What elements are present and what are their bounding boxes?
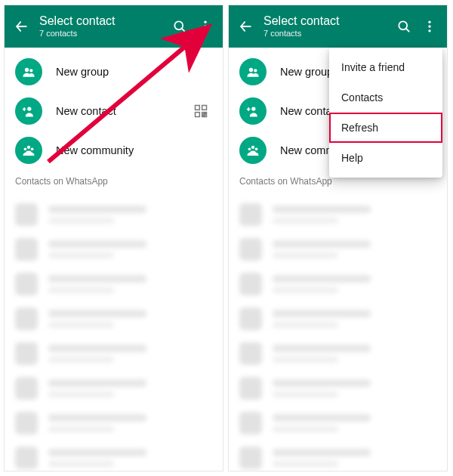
menu-item-contacts[interactable]: Contacts — [329, 82, 442, 113]
svg-point-26 — [428, 25, 430, 27]
svg-point-25 — [428, 21, 430, 23]
svg-line-2 — [182, 29, 185, 32]
svg-rect-12 — [202, 106, 207, 110]
phone-frame-right: Select contact 7 contacts New group — [228, 5, 448, 471]
menu-item-invite-friend[interactable]: Invite a friend — [329, 52, 442, 82]
svg-point-35 — [255, 148, 258, 151]
svg-point-4 — [204, 25, 206, 27]
add-contact-icon — [15, 97, 42, 125]
list-item — [239, 232, 436, 267]
svg-point-19 — [24, 148, 27, 151]
more-vert-icon — [198, 19, 213, 34]
list-item — [239, 267, 436, 301]
svg-rect-32 — [248, 107, 249, 111]
phone-frame-left: Select contact 7 contacts New group — [4, 5, 223, 471]
row-new-group[interactable]: New group — [5, 52, 223, 91]
more-vert-icon — [422, 19, 437, 34]
menu-item-help[interactable]: Help — [329, 143, 442, 173]
overflow-menu: Invite a friend Contacts Refresh Help — [329, 48, 442, 178]
contacts-list-blurred — [229, 191, 447, 471]
svg-rect-17 — [202, 116, 205, 117]
svg-rect-10 — [23, 107, 25, 111]
list-item — [15, 371, 212, 406]
appbar-titles: Select contact 7 contacts — [263, 14, 391, 39]
actions-list: New group New contact New community — [5, 48, 223, 170]
appbar-title: Select contact — [263, 14, 391, 28]
svg-rect-15 — [205, 115, 207, 117]
list-item — [15, 406, 212, 440]
community-icon — [239, 137, 267, 164]
back-button[interactable] — [235, 16, 256, 37]
list-item — [15, 267, 212, 301]
back-button[interactable] — [11, 16, 32, 37]
svg-rect-16 — [205, 113, 207, 114]
svg-point-5 — [204, 29, 206, 32]
svg-point-28 — [249, 68, 253, 72]
svg-point-7 — [29, 69, 32, 72]
search-button[interactable] — [391, 14, 417, 39]
qr-code-button[interactable] — [190, 104, 212, 119]
search-icon — [172, 19, 187, 34]
list-item — [15, 301, 212, 336]
svg-rect-11 — [196, 106, 200, 110]
arrow-back-icon — [14, 19, 29, 34]
more-options-button[interactable] — [417, 14, 442, 39]
row-label: New group — [56, 66, 212, 78]
appbar-subtitle: 7 contacts — [263, 28, 391, 39]
list-item — [239, 371, 436, 406]
appbar-title: Select contact — [39, 14, 167, 28]
svg-point-6 — [25, 68, 29, 72]
svg-line-24 — [406, 29, 409, 32]
row-label: New community — [56, 144, 212, 156]
group-icon — [239, 58, 267, 85]
contacts-list-blurred — [5, 191, 223, 471]
more-options-button[interactable] — [193, 14, 218, 39]
svg-rect-13 — [196, 113, 200, 117]
svg-point-34 — [248, 148, 251, 151]
svg-point-20 — [31, 148, 34, 151]
list-item — [239, 336, 436, 371]
svg-point-3 — [204, 21, 206, 23]
appbar: Select contact 7 contacts — [229, 5, 447, 48]
row-new-community[interactable]: New community — [5, 131, 223, 170]
row-label: New contact — [56, 105, 190, 117]
arrow-back-icon — [238, 19, 253, 34]
svg-point-33 — [251, 146, 254, 149]
svg-rect-14 — [202, 113, 205, 115]
community-icon — [15, 137, 42, 164]
svg-point-29 — [254, 69, 257, 72]
group-icon — [15, 58, 42, 85]
search-icon — [396, 19, 411, 34]
svg-point-30 — [251, 107, 255, 110]
list-item — [239, 301, 436, 336]
row-new-contact[interactable]: New contact — [5, 91, 223, 131]
search-button[interactable] — [167, 14, 193, 39]
section-header: Contacts on WhatsApp — [5, 170, 223, 191]
list-item — [15, 197, 212, 232]
list-item — [15, 232, 212, 267]
svg-point-8 — [27, 107, 31, 110]
svg-point-27 — [428, 29, 430, 32]
list-item — [239, 406, 436, 440]
list-item — [15, 440, 212, 471]
qr-code-icon — [193, 104, 208, 119]
list-item — [15, 336, 212, 371]
appbar-titles: Select contact 7 contacts — [39, 14, 167, 39]
appbar: Select contact 7 contacts — [5, 5, 223, 48]
list-item — [239, 197, 436, 232]
svg-point-18 — [27, 146, 30, 149]
add-contact-icon — [239, 97, 267, 125]
appbar-subtitle: 7 contacts — [39, 28, 167, 39]
list-item — [239, 440, 436, 471]
menu-item-refresh[interactable]: Refresh — [329, 113, 442, 143]
